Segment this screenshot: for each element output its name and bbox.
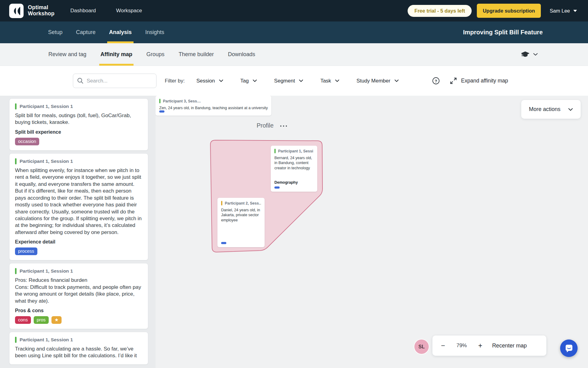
session-accent-bar — [15, 337, 17, 343]
filter-dropdown-label: Segment — [274, 78, 295, 84]
learn-graduation-cap-icon[interactable] — [521, 51, 530, 58]
tag-pill[interactable]: cons — [15, 316, 31, 324]
map-note-text: Bernard, 24 years old, in Bandung, conte… — [274, 155, 314, 171]
group-menu-icon[interactable] — [280, 125, 287, 127]
chevron-down-icon — [394, 79, 399, 82]
session-accent-bar — [15, 158, 17, 164]
mini-tag-indicator — [274, 186, 280, 189]
free-trial-badge: Free trial - 5 days left — [408, 5, 472, 17]
note-text: Split bill for meals, outings (toll, fue… — [15, 112, 142, 126]
note-card[interactable]: Participant 1, Session 1 Split bill for … — [9, 98, 148, 151]
more-actions-button[interactable]: More actions — [521, 100, 581, 119]
help-icon[interactable]: ? — [432, 77, 440, 85]
analysis-tab[interactable]: Affinity map — [100, 43, 132, 66]
chevron-down-icon — [219, 79, 223, 82]
analysis-tab[interactable]: Groups — [146, 43, 164, 66]
session-accent-bar — [15, 268, 17, 274]
filter-dropdown-label: Session — [196, 78, 215, 84]
filter-dropdown[interactable]: Tag — [240, 78, 257, 84]
mini-tag-indicator — [221, 242, 226, 244]
upgrade-subscription-button[interactable]: Upgrade subscription — [477, 4, 541, 18]
top-nav-link[interactable]: Workspace — [116, 8, 142, 14]
group-title[interactable]: Profile — [257, 122, 273, 129]
analysis-tabs-bar: Review and tag Affinity map Groups Theme… — [0, 43, 588, 66]
analysis-tab[interactable]: Theme builder — [179, 43, 214, 66]
search-input[interactable] — [73, 74, 156, 88]
chevron-down-icon — [299, 79, 303, 82]
filter-dropdown[interactable]: Study Member — [356, 78, 399, 84]
analysis-tab[interactable]: Review and tag — [48, 43, 86, 66]
study-tab[interactable]: Setup — [48, 21, 62, 43]
session-accent-bar — [15, 103, 17, 109]
filter-dropdown[interactable]: Task — [320, 78, 339, 84]
map-note-card[interactable]: Participant 3, Sess… Zen, 24 years old, … — [156, 96, 271, 116]
svg-text:?: ? — [435, 79, 437, 83]
session-accent-bar — [274, 149, 276, 153]
map-note-card[interactable]: Participant 1, Sessi… Bernard, 24 years … — [271, 146, 317, 192]
analysis-tab[interactable]: Downloads — [228, 43, 255, 66]
learn-chevron-down-icon[interactable] — [533, 53, 538, 56]
map-note-participant-label: Participant 2, Sess… — [225, 201, 261, 205]
caret-down-icon — [573, 10, 577, 12]
note-participant-label: Participant 1, Session 1 — [20, 159, 73, 164]
recenter-map-button[interactable]: Recenter map — [492, 343, 527, 349]
note-card[interactable]: Participant 1, Session 1 Pros: Reduces f… — [9, 263, 148, 329]
filter-by-label: Filter by: — [165, 78, 185, 84]
map-note-card[interactable]: Participant 2, Sess… Daniel, 24 years ol… — [217, 198, 265, 247]
affinity-map-canvas[interactable]: More actions Profile Participant 1, Sess… — [156, 96, 588, 368]
zoom-level: 79% — [445, 343, 478, 349]
note-participant-label: Participant 1, Session 1 — [20, 104, 73, 109]
tag-pill[interactable]: occasion — [15, 138, 39, 145]
user-menu[interactable]: Sam Lee — [550, 8, 577, 14]
zoom-controls: − 79% + Recenter map — [432, 335, 546, 356]
filter-dropdowns: Session Tag Segment Task — [196, 78, 398, 84]
filter-dropdown-label: Study Member — [356, 78, 390, 84]
map-note-participant-label: Participant 3, Sess… — [163, 99, 201, 103]
note-tag-group-label: Pros & cons — [15, 308, 142, 313]
note-participant-label: Participant 1, Session 1 — [20, 337, 73, 343]
more-actions-label: More actions — [529, 106, 560, 113]
mini-tag-indicator — [159, 110, 164, 113]
study-tabs: Setup Capture Analysis Insights — [48, 21, 164, 43]
tag-pill[interactable]: process — [15, 247, 37, 255]
map-note-text: Daniel, 24 years old, in Jakarta, privat… — [221, 208, 261, 223]
top-bar: Optimal Workshop Dashboard Workspace Fre… — [0, 0, 588, 21]
note-text: When splitting evenly, for instance when… — [15, 167, 142, 236]
note-card[interactable]: Participant 1, Session 1 Tracking and ca… — [9, 332, 148, 365]
study-nav-bar: Setup Capture Analysis Insights Improvin… — [0, 21, 588, 43]
avatar[interactable]: SL — [414, 339, 429, 354]
note-card[interactable]: Participant 1, Session 1 When splitting … — [9, 153, 148, 260]
top-nav: Dashboard Workspace — [70, 8, 142, 14]
filter-dropdown[interactable]: Session — [196, 78, 223, 84]
zoom-out-button[interactable]: − — [441, 342, 445, 349]
expand-affinity-map-button[interactable]: Expand affinity map — [450, 77, 508, 85]
user-name: Sam Lee — [550, 8, 570, 14]
study-tab[interactable]: Analysis — [109, 21, 132, 43]
map-note-text: Zen, 24 years old, in Bandung, teaching … — [159, 105, 268, 110]
top-nav-link[interactable]: Dashboard — [70, 8, 96, 14]
session-accent-bar — [159, 99, 160, 103]
filter-dropdown-label: Task — [320, 78, 331, 84]
notes-panel[interactable]: Participant 1, Session 1 Split bill for … — [0, 96, 156, 368]
tag-pill[interactable]: pros — [34, 316, 49, 324]
study-tab[interactable]: Insights — [145, 21, 164, 43]
tag-pill[interactable]: ★ — [51, 316, 62, 324]
study-tab[interactable]: Capture — [76, 21, 96, 43]
filter-dropdown-label: Tag — [240, 78, 249, 84]
chat-launcher-button[interactable] — [560, 339, 578, 357]
analysis-tabs: Review and tag Affinity map Groups Theme… — [48, 43, 255, 66]
filter-dropdown[interactable]: Segment — [274, 78, 303, 84]
search-icon — [77, 77, 84, 85]
zoom-in-button[interactable]: + — [478, 342, 482, 349]
note-tags: occasion — [15, 138, 142, 145]
map-note-tag-group-label: Demography — [274, 180, 314, 185]
chevron-down-icon — [253, 79, 257, 82]
note-text: Tracking and calculating are a hassle. S… — [15, 346, 142, 359]
session-accent-bar — [221, 201, 222, 205]
study-title: Improving Split Bill Feature — [463, 21, 543, 43]
optimal-workshop-logo-icon — [9, 4, 24, 18]
note-tags: cons pros ★ — [15, 316, 142, 324]
note-tags: process — [15, 247, 142, 255]
note-participant-label: Participant 1, Session 1 — [20, 268, 73, 274]
optimal-workshop-brand[interactable]: Optimal Workshop — [9, 4, 55, 18]
